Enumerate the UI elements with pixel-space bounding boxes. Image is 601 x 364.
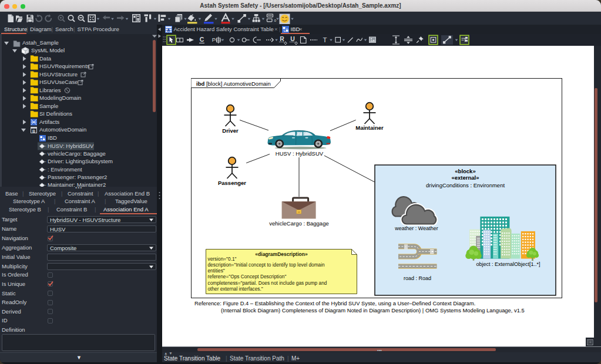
svg-text:«diagramDescription»: «diagramDescription» [255, 251, 308, 257]
svg-text:completeness="partial. Does no: completeness="partial. Does not include … [208, 280, 327, 286]
svg-text:(Internal Block Diagram) Compl: (Internal Block Diagram) Completeness of… [221, 307, 525, 314]
svg-text:description="Initial concept t: description="Initial concept to identify… [208, 262, 325, 268]
svg-text:T: T [323, 36, 327, 43]
svg-text:o: o [274, 18, 277, 22]
svg-text:B: B [32, 129, 35, 133]
svg-text:R: R [280, 35, 284, 42]
svg-text:entities": entities" [208, 268, 225, 274]
svg-text:P: P [212, 36, 216, 43]
svg-text:vehicleCargo : Baggage: vehicleCargo : Baggage [269, 220, 328, 227]
svg-text:Reference: Figure D.4 – Establ: Reference: Figure D.4 – Establishing the… [194, 300, 475, 306]
svg-text:A: A [167, 28, 170, 33]
svg-text:object : ExternalObject[1..*]: object : ExternalObject[1..*] [476, 261, 540, 267]
svg-text:Maintainer: Maintainer [355, 124, 384, 131]
svg-text:«external»: «external» [451, 174, 479, 181]
svg-text:HUSV : HybridSUV: HUSV : HybridSUV [276, 150, 324, 157]
svg-text:Passenger: Passenger [218, 180, 246, 186]
svg-text:C: C [200, 36, 204, 43]
svg-text:other external interfaces.": other external interfaces." [208, 286, 263, 292]
svg-text:road : Road: road : Road [404, 275, 431, 281]
svg-text:referene="Ops Concept Descript: referene="Ops Concept Description" [208, 274, 287, 279]
svg-text:weather : Weather: weather : Weather [394, 225, 438, 231]
svg-text:U: U [290, 35, 295, 42]
svg-text:version="0.1": version="0.1" [208, 256, 237, 262]
svg-text:drivingConditions : Environmen: drivingConditions : Environment [426, 182, 505, 188]
svg-text:Driver: Driver [222, 127, 239, 134]
svg-text:«block»: «block» [455, 168, 475, 174]
svg-text:ibd [block] AutomotiveDomain: ibd [block] AutomotiveDomain [196, 80, 271, 87]
